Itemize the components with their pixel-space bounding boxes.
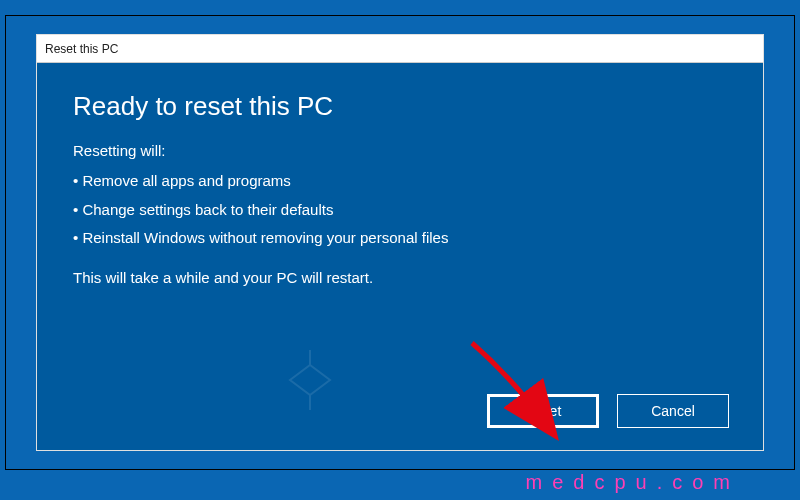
site-watermark: medcpu.com bbox=[526, 471, 741, 494]
reset-button[interactable]: Reset bbox=[487, 394, 599, 428]
dialog-title: Reset this PC bbox=[45, 42, 118, 56]
bullet-item: Reinstall Windows without removing your … bbox=[73, 224, 727, 253]
dialog-button-row: Reset Cancel bbox=[487, 394, 729, 428]
restart-footnote: This will take a while and your PC will … bbox=[73, 269, 727, 286]
resetting-will-label: Resetting will: bbox=[73, 142, 727, 159]
reset-bullet-list: Remove all apps and programs Change sett… bbox=[73, 167, 727, 253]
outer-frame: Reset this PC Ready to reset this PC Res… bbox=[5, 15, 795, 470]
bullet-item: Remove all apps and programs bbox=[73, 167, 727, 196]
cancel-button[interactable]: Cancel bbox=[617, 394, 729, 428]
reset-pc-dialog: Reset this PC Ready to reset this PC Res… bbox=[36, 34, 764, 451]
dialog-content: Ready to reset this PC Resetting will: R… bbox=[37, 63, 763, 450]
bullet-item: Change settings back to their defaults bbox=[73, 196, 727, 225]
dialog-heading: Ready to reset this PC bbox=[73, 91, 727, 122]
dialog-titlebar: Reset this PC bbox=[37, 35, 763, 63]
